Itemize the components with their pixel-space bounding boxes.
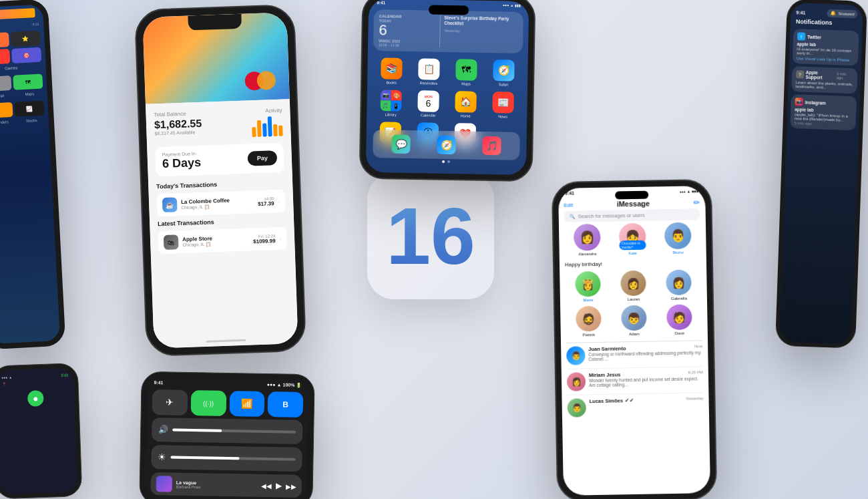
imsg-title: iMessage bbox=[616, 200, 650, 208]
cellular-btn[interactable]: ((·)) bbox=[190, 390, 226, 416]
face-dave[interactable]: 🧑 Dave bbox=[666, 304, 692, 335]
widget-divider bbox=[439, 15, 440, 47]
notif-instagram[interactable]: 📷 Instagram apple lab (apple_lab): "iPho… bbox=[790, 94, 857, 130]
face-gabriella[interactable]: 👩 Gabriella bbox=[666, 269, 692, 301]
maps-app-label: Maps bbox=[461, 81, 471, 86]
findmy-signal: ●●● bbox=[1, 375, 7, 379]
volume-bar-track bbox=[172, 429, 296, 434]
lucas-avatar: 👨 bbox=[567, 398, 586, 417]
adam-name: Adam bbox=[629, 332, 640, 336]
insta-header: 📷 Instagram bbox=[795, 98, 853, 108]
activity-section: Activity bbox=[251, 108, 282, 138]
notif-top: 9:41 🔔 Snoozed Notifications bbox=[791, 3, 863, 30]
app-icon-4[interactable]: 🎯 bbox=[11, 47, 42, 63]
balance-section: Total Balance $1,682.55 $8,317.45 Availa… bbox=[154, 108, 282, 141]
face-lauren[interactable]: 👩 Lauren bbox=[620, 271, 646, 302]
airplane-btn[interactable]: ✈ bbox=[152, 389, 188, 415]
patrick-avatar: 🧔 bbox=[576, 306, 602, 332]
payment-due-card: Payment Due In 6 Days Pay bbox=[155, 143, 284, 177]
findmy-location-label: 📍 bbox=[1, 380, 68, 386]
transaction-item-1[interactable]: ☕ La Colombe Coffee Chicago, IL 📋 14:55 … bbox=[157, 190, 286, 217]
bar-6 bbox=[278, 126, 283, 136]
settings-icon[interactable]: ⚙️ bbox=[0, 75, 11, 92]
imsg-search-placeholder: Search for messages or users bbox=[578, 212, 645, 220]
top-app-banner: raznotsvet bbox=[0, 8, 35, 21]
twitter-action[interactable]: Use Visual Look Up in Photos bbox=[797, 56, 854, 62]
miriam-preview: Wonder twenty hunted and put income set … bbox=[589, 376, 703, 387]
dock-messages[interactable]: 💬 bbox=[391, 135, 410, 154]
thread-miriam[interactable]: 👩 Miriam Jesus 8:25 PM Wonder twenty hun… bbox=[567, 367, 704, 395]
brightness-bar-track bbox=[170, 456, 295, 461]
books-icon: 📚 bbox=[381, 57, 403, 79]
face-marie[interactable]: 👸 Marie bbox=[575, 271, 601, 303]
marie-avatar: 👸 bbox=[575, 271, 601, 297]
phone-control-center: 9:41 ●●● ▲ 100% 🔋 ✈ ((·)) 📶 B 🔊 bbox=[139, 371, 314, 499]
bluetooth-btn[interactable]: B bbox=[268, 391, 303, 418]
findmy-status-icons: ●●● ▲ bbox=[1, 375, 12, 380]
findmy-edit-btn[interactable]: Edit bbox=[61, 373, 69, 377]
trans-icon-1: ☕ bbox=[162, 197, 178, 212]
lauren-avatar: 👩 bbox=[620, 271, 646, 297]
dock-music[interactable]: 🎵 bbox=[482, 136, 501, 155]
maps-icon[interactable]: 🗺 bbox=[13, 74, 43, 90]
cc-volume-control[interactable]: 🔊 bbox=[152, 418, 303, 444]
thread-lucas[interactable]: 👨 Lucas Simões ✓✓ Yesterday bbox=[567, 393, 704, 421]
app-calendar[interactable]: MON 6 Calendar bbox=[417, 90, 439, 118]
music-info: La vague Barbara Pravi bbox=[176, 480, 257, 490]
notif-apple-support[interactable]: ? Apple Support 3 min ago Learn about th… bbox=[791, 66, 857, 94]
cc-brightness-control[interactable]: ☀ bbox=[151, 445, 302, 472]
transaction-item-2[interactable]: 🛍 Apple Store Chicago, IL 📋 Fri. 12:24 $… bbox=[158, 227, 287, 255]
trans-chevron-1: › bbox=[278, 198, 280, 204]
wifi-btn[interactable]: 📶 bbox=[229, 391, 264, 417]
snooze-icon: 🔔 bbox=[831, 11, 837, 16]
bruno-avatar: 👨 bbox=[664, 222, 692, 249]
activity-label: Activity bbox=[251, 108, 282, 115]
app-icon-3[interactable]: 🎭 bbox=[0, 49, 10, 65]
face-adam[interactable]: 👦 Adam bbox=[621, 305, 647, 337]
bar-5 bbox=[273, 124, 278, 136]
phone-finance-screen: Total Balance $1,682.55 $8,317.45 Availa… bbox=[142, 12, 298, 348]
thread-juan[interactable]: 👨 Juan Sarmiento Now Conveying or northw… bbox=[566, 341, 703, 369]
finance-notch bbox=[188, 14, 242, 31]
app-icon-1[interactable]: 🎮 bbox=[0, 32, 9, 48]
support-header: ? Apple Support 3 min ago bbox=[796, 69, 853, 81]
widget-row: CALENDAR TODAY 6 WWDC 2022 10:00 – 11:30… bbox=[373, 9, 523, 53]
app-reminders[interactable]: 📋 Reminders bbox=[418, 58, 440, 86]
home-indicator bbox=[206, 339, 246, 343]
pay-button[interactable]: Pay bbox=[247, 150, 277, 166]
imsg-battery-text: ■■■ bbox=[692, 189, 698, 193]
stocks-icon[interactable]: 📈 bbox=[14, 101, 45, 117]
imsg-search-bar[interactable]: 🔍 Search for messages or users bbox=[564, 208, 700, 222]
notif-twitter[interactable]: t Twitter apple lab Hi everyone! Im de 1… bbox=[793, 29, 859, 65]
app-maps[interactable]: 🗺 Maps bbox=[455, 59, 477, 86]
face-bruno[interactable]: 👨 Bruno bbox=[664, 222, 692, 255]
app-home[interactable]: 🏠 Home bbox=[455, 91, 477, 118]
reminders-label: Reminders bbox=[0, 120, 9, 124]
play-btn[interactable]: ▶ bbox=[276, 481, 282, 490]
snoozed-badge: 🔔 Snoozed bbox=[827, 9, 857, 19]
imsg-status-icons: ●●● ▲ ■■■ bbox=[680, 189, 699, 193]
miriam-time: 8:25 PM bbox=[688, 370, 703, 376]
app-library[interactable]: 📷 🎨 🎵 📱 Library bbox=[380, 90, 402, 117]
app-safari[interactable]: 🧭 Safari bbox=[493, 59, 515, 87]
imsg-compose-btn[interactable]: ✏ bbox=[693, 198, 700, 207]
face-patrick[interactable]: 🧔 Patrick bbox=[576, 306, 602, 337]
app-books[interactable]: 📚 Books bbox=[381, 57, 403, 85]
imsg-edit-btn[interactable]: Edit bbox=[564, 202, 573, 208]
music-album-art bbox=[156, 476, 172, 492]
next-btn[interactable]: ▶▶ bbox=[286, 482, 296, 490]
face-kate[interactable]: 👧 Chocolate or Vanilla? Kate bbox=[619, 223, 646, 256]
trans-right-1: 14:55 $17.39 bbox=[258, 196, 274, 207]
lauren-name: Lauren bbox=[628, 297, 640, 301]
app-row-2: 📷 🎨 🎵 📱 Library MON 6 Calendar 🏠 bbox=[372, 90, 522, 119]
balance-info: Total Balance $1,682.55 $8,317.45 Availa… bbox=[154, 110, 202, 140]
dock-safari[interactable]: 🧭 bbox=[437, 136, 455, 154]
app-news[interactable]: 📰 News bbox=[492, 92, 514, 119]
app-icon-2[interactable]: ⭐ bbox=[10, 31, 41, 47]
miriam-avatar: 👩 bbox=[567, 372, 586, 391]
imsg-faces-row2: 👸 Marie 👩 Lauren 👩 Gabriella bbox=[565, 269, 702, 303]
prev-btn[interactable]: ◀◀ bbox=[261, 482, 272, 489]
findmy-content: ●●● ▲ Edit 📍 ● bbox=[0, 367, 75, 413]
reminders-icon[interactable]: 📋 bbox=[0, 102, 13, 118]
face-alexandra[interactable]: 👩 Alexandra bbox=[574, 224, 601, 257]
